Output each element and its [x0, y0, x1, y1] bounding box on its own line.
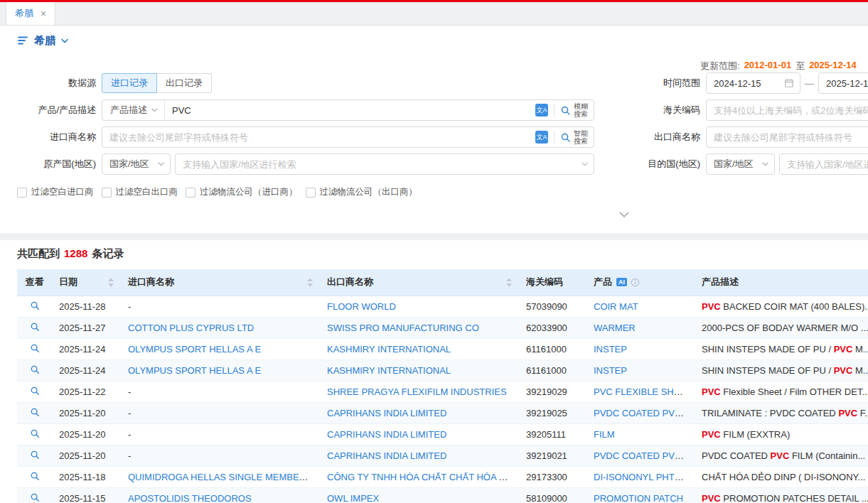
screen: 希腊 × 希腊 更新范围: 2012-01-01 至 2025-12-14 数据…: [0, 0, 868, 503]
product-search-group: 产品描述 文A: [102, 99, 594, 121]
exporter-link[interactable]: OWL IMPEX: [327, 493, 379, 503]
exporter-link[interactable]: SWISS PRO MANUFACTURING CO: [327, 323, 479, 333]
sort-importer-button[interactable]: [307, 278, 313, 287]
product-link[interactable]: PVDC COATED PVC FIL...: [594, 450, 695, 461]
view-record-icon[interactable]: [30, 364, 40, 374]
origin-select-value: 国家/地区: [109, 158, 149, 171]
product-link[interactable]: PVDC COATED PVC FIL...: [594, 408, 695, 418]
chevron-down-icon[interactable]: [61, 38, 68, 43]
view-record-icon[interactable]: [30, 343, 40, 353]
importer-link[interactable]: APOSTOLIDIS THEODOROS: [128, 493, 252, 503]
export-records-toggle[interactable]: 出口记录: [157, 73, 212, 93]
table-header-row: 查看 日期 进口商名称: [17, 269, 868, 296]
fuzzy-search-button[interactable]: 模糊 搜索: [560, 102, 588, 118]
filter-checkbox-row: 过滤空白进口商 过滤空白出口商 过滤物流公司（进口商） 过滤物流公司（出口商）: [17, 186, 417, 198]
view-record-icon[interactable]: [30, 428, 40, 438]
search-icon: [560, 105, 571, 116]
record-date: 2025-11-22: [52, 381, 121, 402]
exporter-link[interactable]: CAPRIHANS INDIA LIMITED: [327, 429, 446, 440]
smart-search-button[interactable]: 智能 搜索: [560, 129, 588, 145]
record-date: 2025-11-18: [52, 466, 121, 487]
col-hs-code: 海关编码: [519, 269, 586, 296]
checkbox-icon: [102, 188, 112, 198]
sort-exporter-button[interactable]: [506, 278, 512, 287]
tab-greece[interactable]: 希腊 ×: [6, 2, 55, 25]
view-record-icon[interactable]: [30, 322, 40, 332]
product-description: 2000-PCS OF BODAY WARMER M/O ...: [695, 317, 868, 338]
product-link[interactable]: PROMOTION PATCH: [594, 493, 683, 503]
translate-icon[interactable]: 文A: [535, 131, 548, 144]
hs-code-inputbox: [706, 99, 868, 121]
filter-blank-exporter[interactable]: 过滤空白出口商: [102, 186, 178, 198]
view-record-icon[interactable]: [30, 301, 40, 310]
table-row: 2025-11-24OLYMPUS SPORT HELLAS A EKASHMI…: [17, 338, 868, 359]
hs-code: 39219025: [519, 402, 586, 423]
info-icon[interactable]: [631, 278, 640, 287]
filter-label: 过滤物流公司（进口商）: [200, 186, 298, 198]
origin-country-input[interactable]: [176, 154, 582, 174]
importer-link[interactable]: COTTON PLUS CYPRUS LTD: [128, 323, 254, 333]
exporter-link[interactable]: SHREE PRAGYA FLEXIFILM INDUSTRIES: [327, 386, 507, 397]
col-product: 产品 AI: [586, 269, 695, 296]
product-description: SHIN INSTEPS MADE OF PU / PVC M...: [695, 338, 868, 359]
hs-code: 39205111: [519, 423, 586, 445]
date-from-input[interactable]: 2024-12-15: [706, 72, 800, 94]
table-row: 2025-11-28-FLOOR WORLD57039090COIR MATPV…: [17, 296, 868, 317]
results-summary: 共匹配到 1288 条记录: [17, 247, 868, 261]
view-record-icon[interactable]: [30, 450, 40, 460]
filter-label: 过滤空白进口商: [31, 186, 94, 198]
table-row: 2025-11-18QUIMIDROGA HELLAS SINGLE MEMBE…: [17, 466, 868, 487]
translate-icon[interactable]: 文A: [535, 104, 548, 117]
view-record-icon[interactable]: [30, 407, 40, 417]
record-date: 2025-11-20: [52, 445, 121, 466]
date-to-input[interactable]: 2025-12-14: [818, 72, 868, 94]
collapse-form-button[interactable]: [610, 209, 638, 220]
importer-name: -: [121, 445, 320, 466]
hs-code-input[interactable]: [707, 100, 868, 120]
tab-label: 希腊: [15, 7, 33, 20]
col-importer: 进口商名称: [121, 269, 320, 296]
import-records-toggle[interactable]: 进口记录: [102, 73, 157, 93]
product-link[interactable]: INSTEP: [594, 344, 627, 355]
form-row-product: 产品/产品描述 产品描述 文A: [0, 99, 868, 121]
view-record-icon[interactable]: [30, 471, 40, 481]
importer-link[interactable]: QUIMIDROGA HELLAS SINGLE MEMBER PC: [128, 472, 320, 482]
product-link[interactable]: WARMER: [594, 323, 636, 333]
product-link[interactable]: INSTEP: [594, 365, 627, 376]
exporter-link[interactable]: KASHMIRY INTERNATIONAL: [327, 365, 451, 376]
product-link[interactable]: DI-ISONONYL PHTHA...: [594, 472, 695, 482]
fuzzy-search-label-top: 模糊: [574, 102, 588, 110]
data-source-segmented: 进口记录 出口记录: [102, 73, 212, 93]
results-prefix: 共匹配到: [17, 247, 60, 261]
record-date: 2025-11-27: [52, 317, 121, 338]
product-link[interactable]: COIR MAT: [594, 301, 638, 312]
table-row: 2025-11-24OLYMPUS SPORT HELLAS A EKASHMI…: [17, 359, 868, 381]
importer-search-group: 文A 智能 搜索: [102, 126, 594, 148]
filter-blank-importer[interactable]: 过滤空白进口商: [17, 186, 94, 198]
date-separator: —: [805, 78, 814, 89]
product-input[interactable]: [165, 100, 535, 120]
exporter-link[interactable]: CAPRIHANS INDIA LIMITED: [327, 408, 446, 418]
view-record-icon[interactable]: [30, 386, 40, 396]
exporter-input[interactable]: [707, 127, 868, 147]
tab-close-icon[interactable]: ×: [41, 9, 46, 18]
filter-logistics-exporter[interactable]: 过滤物流公司（出口商）: [306, 186, 418, 198]
exporter-link[interactable]: CAPRIHANS INDIA LIMITED: [327, 450, 446, 461]
origin-country-select[interactable]: 国家/地区: [102, 153, 171, 175]
product-type-select[interactable]: 产品描述: [102, 100, 165, 120]
product-link[interactable]: PVC FLEXIBLE SHEET F...: [594, 386, 695, 397]
sort-date-button[interactable]: [108, 278, 114, 287]
destination-country-select[interactable]: 国家/地区: [706, 153, 775, 175]
destination-country-input[interactable]: [780, 154, 868, 174]
filter-logistics-importer[interactable]: 过滤物流公司（进口商）: [186, 186, 298, 198]
exporter-link[interactable]: KASHMIRY INTERNATIONAL: [327, 344, 451, 355]
importer-link[interactable]: OLYMPUS SPORT HELLAS A E: [128, 344, 261, 355]
results-table: 查看 日期 进口商名称: [17, 269, 868, 503]
product-description: PVDC COATED PVC FILM (Containin...: [695, 445, 868, 466]
exporter-link[interactable]: CÔNG TY TNHH HÓA CHẤT CHẤT HÓA DẺ...: [327, 472, 519, 482]
exporter-link[interactable]: FLOOR WORLD: [327, 301, 396, 312]
product-link[interactable]: FILM: [594, 429, 615, 440]
importer-link[interactable]: OLYMPUS SPORT HELLAS A E: [128, 365, 261, 376]
importer-input[interactable]: [102, 127, 535, 147]
view-record-icon[interactable]: [30, 492, 40, 502]
